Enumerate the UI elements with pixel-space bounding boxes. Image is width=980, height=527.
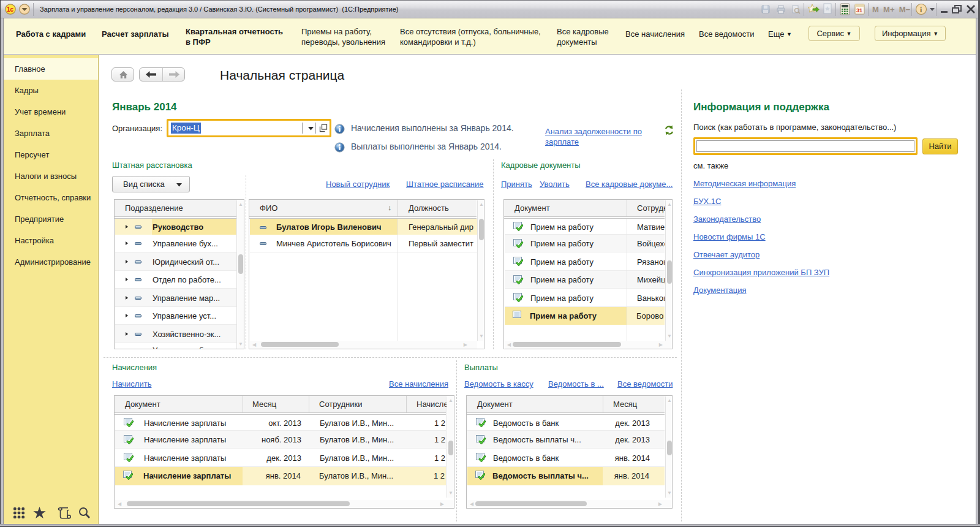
svg-text:31: 31	[856, 7, 862, 13]
svg-text:1с: 1с	[7, 6, 14, 13]
